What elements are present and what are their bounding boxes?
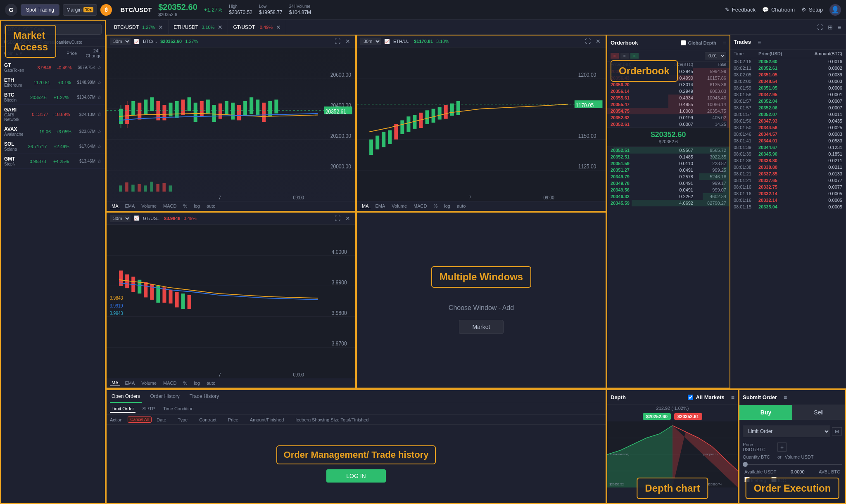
buy-order-row[interactable]: 20351.59 0.0110 223.87 — [607, 160, 730, 167]
ioc-checkbox-label[interactable]: IOC — [771, 477, 786, 483]
sell-order-row[interactable]: 20355.47 0.4955 10086.14 — [607, 101, 730, 108]
chart-tab-gt-usdt[interactable]: GT/USDT -0.49% ✕ — [228, 20, 286, 34]
chart-tab-eth-usdt[interactable]: ETH/USDT 3.10% ✕ — [169, 20, 228, 34]
submit-menu-icon[interactable]: ≡ — [784, 394, 787, 401]
gt-chart-body[interactable]: 4.0000 3.9900 3.9800 3.9700 — [107, 225, 355, 378]
setup-button[interactable]: ⚙ Setup — [801, 7, 823, 13]
qty-slider[interactable] — [743, 462, 842, 467]
eth-chart-body[interactable]: 1200.00 1175.00 1150.00 1125.00 — [357, 47, 606, 201]
market-category-bar[interactable]: USD$USDBTCETFFuturesLoanNewCusto — [1, 38, 105, 47]
margin-button[interactable]: Margin 10x — [63, 4, 97, 16]
eth-volume-btn[interactable]: Volume — [390, 203, 409, 209]
gt-log-btn[interactable]: log — [192, 380, 202, 386]
more-icon[interactable]: ≡ — [836, 23, 843, 31]
sell-order-row[interactable]: 20356.43 0.4990 10157.86 — [607, 75, 730, 81]
btc-log-btn[interactable]: log — [192, 203, 202, 209]
limit-order-sub-tab[interactable]: Limit Order — [110, 405, 135, 413]
calculator-icon-button[interactable]: ⊟ — [832, 427, 842, 435]
coin-list-item[interactable]: AVAX Avalanche 19.06 +3.05% $23.67M ☆ — [1, 124, 105, 139]
spot-trading-button[interactable]: Spot Trading — [21, 4, 59, 16]
sell-tab-button[interactable]: Sell — [792, 405, 845, 420]
buy-order-row[interactable]: 20351.27 0.0491 999.25 — [607, 167, 730, 173]
eth-percent-btn[interactable]: % — [432, 203, 439, 209]
depth-menu-icon[interactable]: ≡ — [731, 394, 734, 401]
eth-macd-btn[interactable]: MACD — [412, 203, 428, 209]
market-button[interactable]: Market — [459, 320, 504, 334]
sltp-sub-tab[interactable]: SL/TP — [140, 405, 157, 413]
tab-close-icon[interactable]: ✕ — [158, 24, 163, 30]
coin-list-item[interactable]: GMT StepN 0.95373 +4.25% $13.46M ☆ — [1, 154, 105, 169]
iceberg-checkbox[interactable] — [744, 477, 750, 482]
buy-tab-button[interactable]: Buy — [739, 405, 792, 420]
btc-volume-btn[interactable]: Volume — [140, 203, 158, 209]
eth-tf-select[interactable]: 30m1h4h1d — [360, 38, 381, 45]
btc-ma-btn[interactable]: MA — [110, 203, 120, 209]
add-price-button[interactable]: + — [777, 442, 787, 452]
fullscreen-icon[interactable]: ⛶ — [815, 23, 825, 31]
sell-order-row[interactable]: 20352.62 0.0199 405.02 — [607, 114, 730, 121]
iceberg-checkbox-label[interactable]: Iceberg — [744, 477, 766, 483]
gt-macd-btn[interactable]: MACD — [162, 380, 178, 386]
chart-tab-btc-usdt[interactable]: BTC/USDT 1.27% ✕ — [109, 20, 169, 34]
decimal-select[interactable]: 0.010.11 — [705, 52, 726, 59]
eth-expand-icon[interactable]: ⛶ — [583, 37, 592, 45]
all-markets-checkbox[interactable] — [688, 395, 693, 400]
cancel-all-button[interactable]: Cancel All — [128, 416, 152, 423]
sell-order-row[interactable]: 20355.61 0.4934 10043.46 — [607, 95, 730, 101]
btc-tf-select[interactable]: 30m1h4h1d — [110, 38, 131, 45]
coin-list-item[interactable]: GARI GARI Network 0.13177 -18.89% $24.13… — [1, 105, 105, 124]
btc-macd-btn[interactable]: MACD — [162, 203, 178, 209]
buy-order-row[interactable]: 20349.78 0.0491 999.17 — [607, 180, 730, 187]
buy-order-row[interactable]: 20352.51 0.1485 3022.35 — [607, 154, 730, 160]
feedback-button[interactable]: ✎ Feedback — [725, 7, 756, 13]
trade-history-tab[interactable]: Trade History — [188, 390, 221, 403]
btc-chart-body[interactable]: 20600.00 20400.00 20200.00 20000.00 — [107, 47, 355, 201]
order-history-tab[interactable]: Order History — [148, 390, 181, 403]
user-avatar[interactable]: 👤 — [829, 4, 841, 16]
coin-list-item[interactable]: ETH Ethereum 1170.81 +3.1% $148.98M ☆ — [1, 75, 105, 90]
btc-expand-icon[interactable]: ⛶ — [333, 37, 342, 45]
time-condition-sub-tab[interactable]: Time Condition — [162, 405, 195, 413]
btc-auto-btn[interactable]: auto — [205, 203, 217, 209]
buy-order-row[interactable]: 20352.51 0.9567 9565.72 — [607, 147, 730, 154]
btc-ema-btn[interactable]: EMA — [124, 203, 137, 209]
eth-ma-btn[interactable]: MA — [360, 203, 371, 209]
gt-close-icon[interactable]: ✕ — [344, 214, 352, 222]
gt-expand-icon[interactable]: ⛶ — [333, 214, 342, 222]
eth-log-btn[interactable]: log — [442, 203, 452, 209]
sell-order-row[interactable]: 20354.75 1.0000 20354.75 — [607, 108, 730, 114]
ioc-checkbox[interactable] — [771, 477, 777, 482]
sell-order-row[interactable]: 20356.51 0.2945 5994.99 — [607, 68, 730, 75]
buy-order-row[interactable]: 20346.32 0.2262 4602.34 — [607, 193, 730, 200]
eth-ema-btn[interactable]: EMA — [374, 203, 387, 209]
trades-menu-icon[interactable]: ≡ — [758, 39, 761, 45]
buy-order-row[interactable]: 20349.56 0.0491 999.07 — [607, 187, 730, 193]
search-input[interactable] — [4, 24, 102, 35]
gt-auto-btn[interactable]: auto — [205, 380, 217, 386]
gt-volume-btn[interactable]: Volume — [140, 380, 158, 386]
coin-list-item[interactable]: BTC Bitcoin 20352.6 +1.27% $104.87M ☆ — [1, 90, 105, 105]
trading-pair[interactable]: BTC/USDT — [120, 6, 152, 13]
sell-order-row[interactable]: 20356.20 0.3014 6135.36 — [607, 81, 730, 88]
ob-sell-only-btn[interactable]: ≡ — [611, 53, 619, 59]
global-depth-checkbox[interactable] — [681, 40, 686, 45]
buy-order-row[interactable]: 20349.79 0.2578 5246.18 — [607, 173, 730, 180]
buy-order-row[interactable]: 20345.59 4.0692 82790.27 — [607, 200, 730, 206]
btc-percent-btn[interactable]: % — [181, 203, 189, 209]
grid-layout-icon[interactable]: ⊞ — [826, 23, 834, 31]
eth-close-icon[interactable]: ✕ — [594, 37, 602, 45]
open-orders-tab[interactable]: Open Orders — [110, 390, 142, 403]
chatroom-button[interactable]: 💬 Chatroom — [762, 7, 795, 13]
btc-close-icon[interactable]: ✕ — [344, 37, 352, 45]
tab-close-icon[interactable]: ✕ — [218, 24, 223, 30]
gt-percent-btn[interactable]: % — [181, 380, 189, 386]
gt-ma-btn[interactable]: MA — [110, 380, 120, 386]
ob-both-btn[interactable]: ≡ — [620, 53, 629, 59]
login-button[interactable]: LOG IN — [326, 469, 385, 483]
orderbook-menu-icon[interactable]: ≡ — [723, 40, 726, 46]
logo-button[interactable]: G — [5, 4, 17, 16]
coin-list-item[interactable]: GT GateToken 3.9848 -0.49% $879.75K ☆ — [1, 60, 105, 75]
coin-list-item[interactable]: SOL Solana 36.71717 +2.49% $17.64M ☆ — [1, 139, 105, 154]
order-type-select[interactable]: Limit Order Market Order Stop Order — [743, 426, 830, 437]
sort-icon[interactable]: ▲▼ — [15, 51, 23, 56]
